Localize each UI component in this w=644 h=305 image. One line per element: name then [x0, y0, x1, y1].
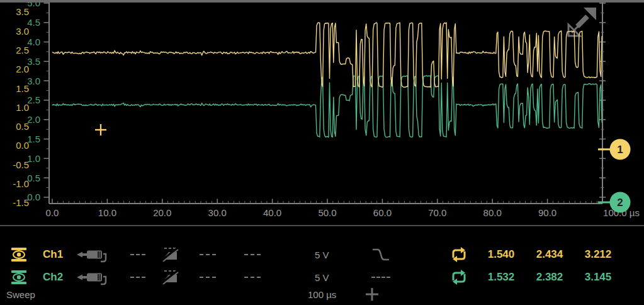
- svg-text:-1.0: -1.0: [13, 178, 29, 189]
- ch1-badge-label: 1: [617, 144, 623, 156]
- ch2-trigger-off-dashes[interactable]: [371, 277, 390, 278]
- ch1-min-value: 1.540: [475, 248, 528, 261]
- ch1-max-value: 3.212: [572, 248, 624, 261]
- top-strip: [0, 0, 644, 3]
- ch1-peak-off-dashes[interactable]: [130, 254, 145, 255]
- ch1-trace: [52, 23, 602, 88]
- ch2-coupling-off-dashes[interactable]: [244, 277, 261, 278]
- sweep-timebase-value[interactable]: 100 µs: [308, 289, 336, 300]
- ch2-min-value: 1.532: [475, 271, 528, 284]
- ch1-probe-icon[interactable]: [76, 245, 110, 264]
- scope-display[interactable]: 3.53.02.52.01.51.00.50.0-0.5-1.0-1.55.04…: [0, 0, 644, 227]
- svg-text:0.0: 0.0: [27, 192, 40, 202]
- svg-text:70.0: 70.0: [428, 207, 446, 218]
- svg-text:80.0: 80.0: [483, 207, 502, 218]
- ch1-visibility-eye-icon[interactable]: [9, 247, 28, 262]
- ch1-invert-off-dashes[interactable]: [200, 254, 216, 255]
- svg-text:1.0: 1.0: [27, 153, 40, 164]
- svg-text:2.5: 2.5: [27, 95, 40, 105]
- ch2-badge[interactable]: 2: [610, 192, 631, 213]
- svg-text:60.0: 60.0: [373, 207, 392, 218]
- svg-text:3.0: 3.0: [27, 76, 40, 86]
- svg-text:10.0: 10.0: [98, 207, 116, 218]
- svg-text:30.0: 30.0: [208, 207, 227, 218]
- svg-text:2.0: 2.0: [27, 114, 40, 125]
- ch2-trace: [52, 76, 602, 137]
- ch2-peak-off-dashes[interactable]: [130, 277, 145, 278]
- svg-text:90.0: 90.0: [538, 207, 556, 218]
- ch1-trigger-falling-edge-icon[interactable]: [372, 248, 390, 262]
- sweep-add-trigger-plus-icon[interactable]: [365, 287, 379, 301]
- svg-text:-0.5: -0.5: [13, 159, 29, 170]
- ch2-label[interactable]: Ch2: [43, 271, 63, 284]
- ch2-visibility-eye-icon[interactable]: [9, 270, 28, 285]
- ch2-refresh-icon[interactable]: [450, 268, 468, 286]
- ch2-live-value: 2.382: [523, 271, 576, 284]
- channel-control-panel: Profile Probe Peak/Filter Invert Couplin…: [0, 226, 644, 305]
- ch1-live-value: 2.434: [523, 248, 576, 261]
- svg-text:40.0: 40.0: [263, 207, 281, 218]
- ch2-probe-icon[interactable]: [76, 268, 110, 287]
- ch2-badge-label: 2: [617, 197, 623, 209]
- ch2-filter-off-icon[interactable]: [160, 270, 179, 285]
- scope-plot-svg: 3.53.02.52.01.51.00.50.0-0.5-1.0-1.55.04…: [0, 0, 644, 227]
- svg-text:0.5: 0.5: [27, 173, 40, 183]
- svg-text:20.0: 20.0: [153, 207, 171, 218]
- ch2-invert-off-dashes[interactable]: [200, 277, 216, 278]
- ch1-filter-off-icon[interactable]: [160, 247, 179, 262]
- svg-text:3.5: 3.5: [27, 56, 40, 67]
- ch1-label[interactable]: Ch1: [43, 248, 63, 261]
- svg-text:1.5: 1.5: [27, 134, 40, 144]
- ch1-scale-value[interactable]: 5 V: [315, 250, 329, 260]
- ch1-badge[interactable]: 1: [610, 139, 631, 160]
- ch1-coupling-off-dashes[interactable]: [244, 254, 261, 255]
- sweep-label: Sweep: [6, 289, 35, 300]
- oscilloscope-app: 3.53.02.52.01.51.00.50.0-0.5-1.0-1.55.04…: [0, 0, 644, 305]
- svg-text:4.5: 4.5: [27, 17, 40, 28]
- svg-text:-1.5: -1.5: [13, 197, 29, 208]
- svg-text:4.0: 4.0: [27, 37, 40, 47]
- ch1-refresh-icon[interactable]: [450, 246, 468, 263]
- svg-text:0.0: 0.0: [46, 207, 59, 218]
- ch2-max-value: 3.145: [572, 271, 624, 284]
- svg-text:50.0: 50.0: [318, 207, 336, 218]
- ch2-scale-value[interactable]: 5 V: [315, 272, 329, 283]
